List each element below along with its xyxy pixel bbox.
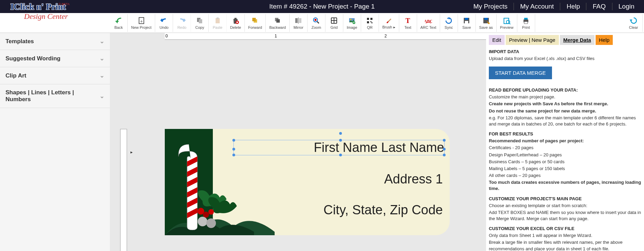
preview-icon [503, 16, 511, 25]
copy-button[interactable]: Copy [191, 14, 209, 32]
new-project-icon: + [137, 16, 146, 25]
backward-button[interactable]: Backward [266, 14, 289, 32]
sidebar: Templates⌄ Suggested Wording⌄ Clip Art⌄ … [0, 33, 110, 251]
right-panel: Edit Preview | New Page Merge Data Help … [486, 33, 644, 251]
customize-excel-heading: CUSTOMIZE YOUR EXCEL OR CSV FILE [489, 226, 641, 231]
text-field-name[interactable]: First Name Last Name [233, 140, 445, 155]
tab-help[interactable]: Help [596, 35, 613, 45]
brush-button[interactable]: Brush ▸ [379, 14, 399, 32]
tab-merge-data[interactable]: Merge Data [560, 35, 595, 45]
svg-rect-25 [371, 22, 372, 23]
clear-button[interactable]: Clear [625, 14, 643, 32]
import-data-text: Upload data from your Excel (.xls .xlsx)… [489, 56, 641, 62]
clear-icon [630, 16, 638, 25]
header-bar: Item # 49262 - New Project - Page 1 My P… [0, 0, 644, 13]
chevron-down-icon: ⌄ [100, 55, 104, 62]
new-project-button[interactable]: +New Project [128, 14, 155, 32]
arc-text-button[interactable]: ABCARC Text [417, 14, 440, 32]
redo-icon [178, 16, 186, 25]
svg-text:T: T [405, 17, 410, 24]
mirror-icon [294, 16, 302, 25]
backward-icon [274, 16, 282, 25]
svg-point-42 [198, 217, 207, 226]
start-data-merge-button[interactable]: START DATA MERGE [489, 67, 552, 79]
import-data-heading: IMPORT DATA [489, 49, 641, 54]
chevron-down-icon: ⌄ [100, 72, 104, 79]
undo-icon [160, 16, 168, 25]
image-icon: + [348, 16, 356, 25]
svg-rect-8 [252, 18, 256, 21]
nav-login[interactable]: Login [612, 3, 641, 10]
sync-icon [445, 16, 453, 25]
customize-project-heading: CUSTOMIZE YOUR PROJECT'S MAIN PAGE [489, 196, 641, 201]
svg-point-41 [208, 209, 214, 215]
delete-button[interactable]: Delete [227, 14, 245, 32]
svg-rect-29 [465, 18, 468, 20]
undo-button[interactable]: Undo [155, 14, 173, 32]
sidebar-templates[interactable]: Templates⌄ [0, 33, 110, 50]
back-icon [115, 16, 123, 25]
text-button[interactable]: TText [399, 14, 417, 32]
svg-rect-37 [524, 18, 528, 20]
save-button[interactable]: Save [458, 14, 476, 32]
sidebar-clip-art[interactable]: Clip Art⌄ [0, 67, 110, 84]
image-button[interactable]: +Image [343, 14, 361, 32]
zoom-button[interactable]: Zoom [308, 14, 325, 32]
svg-rect-11 [295, 18, 298, 23]
brush-icon [385, 16, 393, 24]
logo[interactable]: IClick n' Print Design Center © BETA [10, 2, 68, 21]
label-decoration [165, 129, 233, 235]
svg-point-40 [203, 212, 209, 218]
toolbar: Back+New ProjectUndoRedoCopyPasteDeleteF… [0, 13, 644, 33]
print-button[interactable]: Print [517, 14, 535, 32]
forward-button[interactable]: Forward [245, 14, 266, 32]
qr-icon [366, 16, 374, 25]
grid-button[interactable]: Grid [325, 14, 343, 32]
delete-icon [231, 16, 240, 25]
chevron-down-icon: ⌄ [100, 93, 104, 100]
svg-point-16 [314, 19, 317, 21]
svg-line-15 [317, 22, 319, 23]
zoom-icon [312, 16, 320, 25]
svg-rect-22 [370, 18, 372, 20]
save-as-button[interactable]: Save as [476, 14, 497, 32]
label-card[interactable]: First Name Last Name Address 1 City, Sta… [165, 129, 450, 235]
ruler-vertical [120, 129, 127, 251]
sidebar-shapes[interactable]: Shapes | Lines | Letters | Numbers⌄ [0, 84, 110, 108]
nav-help[interactable]: Help [560, 3, 586, 10]
svg-text:+: + [353, 21, 355, 24]
ruler-horizontal: 0 1 2 [165, 33, 486, 40]
mirror-button[interactable]: Mirror [290, 14, 308, 32]
svg-rect-32 [484, 18, 488, 20]
tab-edit[interactable]: Edit [489, 35, 505, 45]
svg-text:+: + [140, 19, 143, 24]
redo-button: Redo [173, 14, 191, 32]
svg-rect-24 [370, 21, 371, 22]
text-field-address[interactable]: Address 1 [384, 172, 443, 187]
nav-faq[interactable]: FAQ [586, 3, 612, 10]
qr-button[interactable]: QR [361, 14, 379, 32]
svg-rect-30 [465, 21, 468, 23]
nav-my-account[interactable]: My Account [514, 3, 560, 10]
nav-my-projects[interactable]: My Projects [467, 3, 514, 10]
preview-button[interactable]: Preview [497, 14, 517, 32]
forward-icon [251, 16, 259, 25]
back-button[interactable]: Back [110, 14, 128, 32]
expand-arrow-icon[interactable]: ▸ [130, 150, 133, 155]
tab-preview[interactable]: Preview | New Page [506, 35, 559, 45]
paste-button: Paste [209, 14, 227, 32]
arc-text-icon: ABC [424, 16, 433, 25]
sync-button[interactable]: Sync [440, 14, 458, 32]
tab-row: Edit Preview | New Page Merge Data Help [489, 35, 641, 45]
svg-text:ABC: ABC [425, 19, 432, 24]
best-results-heading: FOR BEST RESULTS [489, 131, 641, 136]
svg-rect-4 [216, 18, 220, 23]
text-icon: T [404, 16, 412, 25]
svg-rect-38 [524, 22, 528, 24]
sidebar-suggested-wording[interactable]: Suggested Wording⌄ [0, 50, 110, 67]
canvas-area[interactable]: 0 1 2 ▸ First Name Last Name Address 1 C… [110, 33, 486, 251]
save-icon [462, 16, 471, 25]
svg-rect-3 [199, 19, 202, 23]
text-field-city[interactable]: City, State, Zip Code [323, 203, 443, 217]
save-as-icon [482, 16, 490, 25]
